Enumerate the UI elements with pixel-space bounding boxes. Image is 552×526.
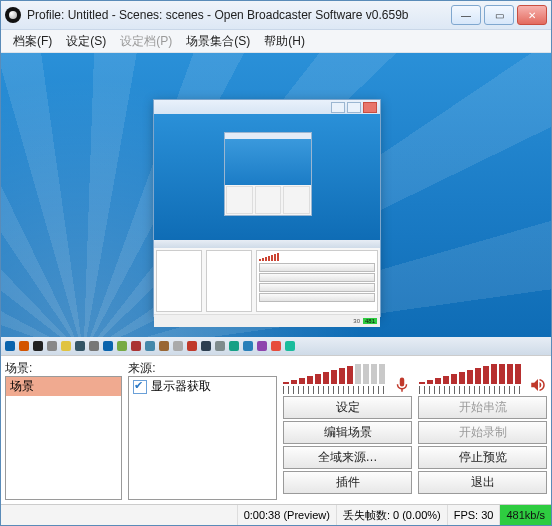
audio-meters bbox=[283, 360, 547, 394]
menu-file[interactable]: 档案(F) bbox=[7, 31, 58, 52]
mic-meter bbox=[283, 362, 385, 394]
title-bar[interactable]: Profile: Untitled - Scenes: scenes - Ope… bbox=[1, 1, 551, 30]
speaker-meter bbox=[419, 362, 521, 394]
preview-area[interactable]: 30481 bbox=[1, 53, 551, 355]
nested-preview-window: 30481 bbox=[153, 99, 381, 317]
list-item[interactable]: 显示器获取 bbox=[129, 377, 276, 396]
checkbox-icon[interactable] bbox=[133, 380, 147, 394]
microphone-icon[interactable] bbox=[393, 376, 411, 394]
list-item[interactable]: 场景 bbox=[6, 377, 121, 396]
menu-settings[interactable]: 设定(S) bbox=[60, 31, 112, 52]
maximize-button[interactable]: ▭ bbox=[484, 5, 514, 25]
menu-bar: 档案(F) 设定(S) 设定档(P) 场景集合(S) 帮助(H) bbox=[1, 30, 551, 53]
menu-help[interactable]: 帮助(H) bbox=[258, 31, 311, 52]
status-time: 0:00:38 (Preview) bbox=[237, 505, 336, 525]
edit-scene-button[interactable]: 编辑场景 bbox=[283, 421, 412, 444]
bottom-panels: 场景: 场景 来源: 显示器获取 bbox=[1, 355, 551, 525]
window-title: Profile: Untitled - Scenes: scenes - Ope… bbox=[27, 8, 451, 22]
preview-taskbar bbox=[1, 337, 551, 355]
app-icon bbox=[5, 7, 21, 23]
status-fps: FPS: 30 bbox=[447, 505, 500, 525]
scenes-label: 场景: bbox=[5, 360, 122, 376]
menu-profiles[interactable]: 设定档(P) bbox=[114, 31, 178, 52]
global-sources-button[interactable]: 全域来源… bbox=[283, 446, 412, 469]
settings-button[interactable]: 设定 bbox=[283, 396, 412, 419]
sources-listbox[interactable]: 显示器获取 bbox=[128, 376, 277, 500]
scenes-listbox[interactable]: 场景 bbox=[5, 376, 122, 500]
status-bitrate: 481kb/s bbox=[499, 505, 551, 525]
exit-button[interactable]: 退出 bbox=[418, 471, 547, 494]
status-bar: 0:00:38 (Preview) 丢失帧数: 0 (0.00%) FPS: 3… bbox=[1, 504, 551, 525]
controls-pane: 设定 开始串流 编辑场景 开始录制 全域来源… 停止预览 插件 退出 bbox=[283, 360, 547, 500]
scenes-pane: 场景: 场景 bbox=[5, 360, 122, 500]
app-window: Profile: Untitled - Scenes: scenes - Ope… bbox=[0, 0, 552, 526]
plugins-button[interactable]: 插件 bbox=[283, 471, 412, 494]
stop-preview-button[interactable]: 停止预览 bbox=[418, 446, 547, 469]
sources-label: 来源: bbox=[128, 360, 277, 376]
close-button[interactable]: ✕ bbox=[517, 5, 547, 25]
speaker-icon[interactable] bbox=[529, 376, 547, 394]
sources-pane: 来源: 显示器获取 bbox=[128, 360, 277, 500]
scene-item-label: 场景 bbox=[10, 379, 34, 393]
start-record-button[interactable]: 开始录制 bbox=[418, 421, 547, 444]
minimize-button[interactable]: — bbox=[451, 5, 481, 25]
source-item-label: 显示器获取 bbox=[151, 379, 211, 393]
menu-scene-collections[interactable]: 场景集合(S) bbox=[180, 31, 256, 52]
start-stream-button[interactable]: 开始串流 bbox=[418, 396, 547, 419]
status-dropped: 丢失帧数: 0 (0.00%) bbox=[336, 505, 447, 525]
